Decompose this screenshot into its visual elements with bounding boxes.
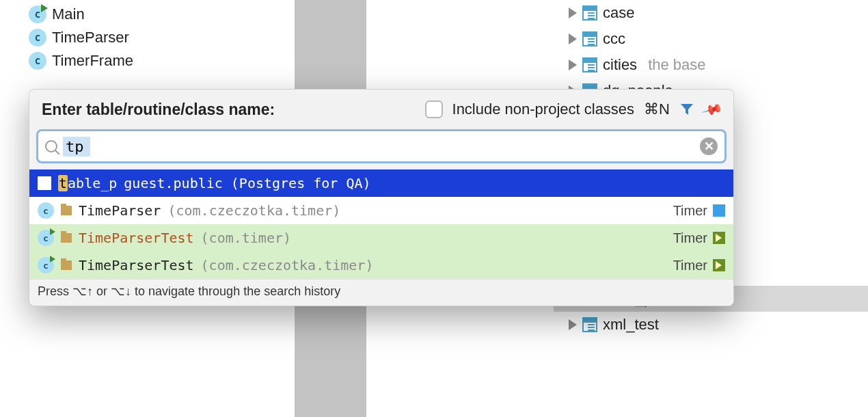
- result-source-label: Timer: [673, 230, 707, 246]
- class-icon: c: [38, 230, 54, 246]
- result-name: TimeParserTest: [79, 257, 194, 273]
- popup-header: Enter table/routine/class name: Include …: [29, 90, 733, 129]
- result-row[interactable]: cTimeParserTest (com.czeczotka.timer)Tim…: [29, 252, 733, 279]
- table-icon: [582, 31, 597, 46]
- result-right: Timer: [673, 203, 725, 219]
- db-item-label: xml_test: [603, 316, 659, 334]
- search-icon: [45, 140, 57, 152]
- result-location: (com.czeczotka.timer): [167, 202, 340, 219]
- result-location: (com.czeczotka.timer): [201, 257, 374, 273]
- result-location: (com.timer): [201, 230, 291, 246]
- source-root-icon: [713, 232, 725, 244]
- class-icon: c: [38, 257, 54, 273]
- class-icon: [29, 52, 46, 70]
- pin-icon[interactable]: 📌: [701, 98, 724, 120]
- result-source-label: Timer: [673, 258, 707, 273]
- result-name: table_p: [58, 175, 117, 191]
- package-icon: [61, 233, 72, 243]
- package-icon: [61, 206, 72, 215]
- class-icon: c: [38, 202, 54, 219]
- include-nonproject-label: Include non-project classes: [452, 100, 635, 118]
- goto-class-popup: Enter table/routine/class name: Include …: [29, 89, 734, 306]
- result-name: TimeParserTest: [79, 230, 194, 246]
- db-item-label: ccc: [603, 30, 625, 48]
- shortcut-label: ⌘N: [644, 100, 670, 118]
- table-icon: [38, 176, 51, 190]
- table-icon: [582, 57, 597, 72]
- expand-icon[interactable]: [569, 33, 577, 44]
- expand-icon[interactable]: [569, 8, 577, 18]
- result-right: Timer: [673, 258, 725, 273]
- db-tree-item[interactable]: ccc: [554, 26, 868, 52]
- package-icon: [61, 260, 72, 270]
- source-root-icon: [713, 204, 725, 217]
- search-input[interactable]: [63, 137, 90, 157]
- db-tree-item[interactable]: xml_test: [554, 312, 868, 338]
- popup-title: Enter table/routine/class name:: [42, 100, 275, 119]
- result-location: guest.public (Postgres for QA): [124, 175, 370, 191]
- table-icon: [582, 317, 597, 332]
- project-tree: MainTimeParserTimerFrame: [29, 3, 133, 72]
- expand-icon[interactable]: [569, 59, 577, 70]
- popup-footer-hint: Press ⌥↑ or ⌥↓ to navigate through the s…: [29, 279, 733, 306]
- result-row[interactable]: cTimeParser (com.czeczotka.timer)Timer: [29, 197, 733, 224]
- filter-icon[interactable]: [679, 103, 694, 116]
- results-list: table_p guest.public (Postgres for QA)cT…: [29, 169, 733, 279]
- db-item-label: case: [603, 4, 634, 22]
- include-nonproject-checkbox[interactable]: [425, 100, 443, 118]
- class-icon: [29, 29, 46, 46]
- table-icon: [582, 5, 597, 21]
- db-item-comment: the base: [648, 56, 705, 74]
- tree-item[interactable]: TimeParser: [29, 26, 133, 49]
- result-source-label: Timer: [673, 203, 707, 219]
- tree-item-label: TimeParser: [52, 29, 129, 46]
- tree-item-label: Main: [52, 5, 85, 23]
- result-row[interactable]: cTimeParserTest (com.timer)Timer: [29, 224, 733, 252]
- class-icon: [29, 5, 46, 23]
- result-right: Timer: [673, 230, 725, 246]
- db-tree-item[interactable]: citiesthe base: [554, 52, 868, 78]
- search-field[interactable]: ✕: [36, 129, 727, 163]
- db-item-label: cities: [603, 56, 637, 74]
- source-root-icon: [713, 259, 725, 271]
- tree-item-label: TimerFrame: [52, 52, 133, 70]
- db-tree-item[interactable]: case: [554, 0, 868, 26]
- result-name: TimeParser: [79, 202, 161, 219]
- expand-icon[interactable]: [569, 319, 577, 330]
- clear-icon[interactable]: ✕: [700, 137, 718, 155]
- tree-item[interactable]: Main: [29, 3, 133, 26]
- tree-item[interactable]: TimerFrame: [29, 49, 133, 72]
- result-row[interactable]: table_p guest.public (Postgres for QA): [29, 170, 733, 197]
